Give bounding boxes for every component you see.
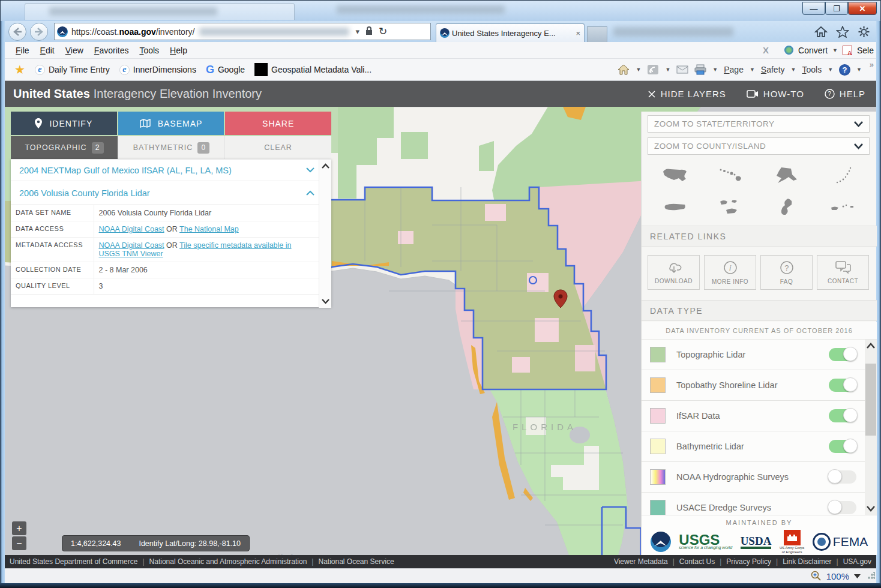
bathymetric-toggle[interactable] <box>829 440 856 453</box>
subtab-bathymetric[interactable]: BATHYMETRIC 0 <box>118 136 224 159</box>
addon-close-icon[interactable]: X <box>763 45 769 55</box>
hide-layers-button[interactable]: HIDE LAYERS <box>648 89 726 99</box>
tools-menu[interactable]: Tools <box>802 65 822 74</box>
footer-link-noaa[interactable]: National Oceanic and Atmospheric Adminis… <box>137 557 307 566</box>
favorites-star-icon[interactable] <box>836 26 849 38</box>
settings-gear-icon[interactable] <box>858 26 870 38</box>
national-map-link[interactable]: The National Map <box>179 225 239 233</box>
dataset-row-2006-volusia[interactable]: 2006 Volusia County Florida Lidar <box>11 181 331 205</box>
more-info-button[interactable]: i MORE INFO <box>704 255 756 290</box>
tools-caret-icon[interactable]: ▼ <box>828 67 833 73</box>
map-zoom-out-button[interactable]: − <box>12 536 26 550</box>
favorite-innerdimensions[interactable]: eInnerDimensions <box>119 65 196 75</box>
new-tab-button[interactable] <box>587 26 607 42</box>
window-maximize-button[interactable]: ❐ <box>825 2 848 15</box>
tab-basemap[interactable]: BASEMAP <box>118 112 224 135</box>
overflow-chevron-icon[interactable]: » <box>870 60 874 69</box>
dataset-row-2004-nextmap[interactable]: 2004 NEXTMap Gulf of Mexico IfSAR (AL, F… <box>11 160 331 181</box>
topographic-lidar-toggle[interactable] <box>829 348 856 361</box>
noaa-logo[interactable] <box>651 532 671 552</box>
active-tab[interactable]: United States Interagency E... × <box>436 23 585 42</box>
alaska-silhouette[interactable] <box>773 166 799 184</box>
zoom-to-county-dropdown[interactable]: ZOOM TO COUNTY/ISLAND <box>648 137 870 155</box>
usace-logo[interactable]: US Army Corpsof Engineers <box>780 530 804 554</box>
footer-link-usagov[interactable]: USA.gov <box>832 557 871 566</box>
back-button[interactable] <box>8 23 26 41</box>
how-to-button[interactable]: HOW-TO <box>747 89 804 99</box>
ifsar-toggle[interactable] <box>829 409 856 422</box>
chevron-up-icon[interactable] <box>306 190 314 196</box>
fema-logo[interactable]: FEMA <box>813 533 868 551</box>
usda-logo[interactable]: USDA <box>741 535 772 549</box>
favorite-google[interactable]: GGoogle <box>206 64 245 76</box>
footer-link-link-disclaimer[interactable]: Link Disclaimer <box>771 557 831 566</box>
scroll-down-icon[interactable] <box>322 299 329 304</box>
contact-button[interactable]: CONTACT <box>817 255 869 290</box>
favorite-daily-time-entry[interactable]: eDaily Time Entry <box>35 65 110 75</box>
puerto-rico-silhouette[interactable] <box>662 200 688 214</box>
footer-link-contact-us[interactable]: Contact Us <box>668 557 715 566</box>
guam-silhouette[interactable] <box>777 197 795 217</box>
browser-zoom-level[interactable]: 100% <box>826 571 849 581</box>
subtab-clear[interactable]: CLEAR <box>224 136 331 159</box>
add-favorite-star[interactable]: ★ <box>14 62 25 77</box>
print-caret-icon[interactable]: ▼ <box>712 67 718 73</box>
menu-file[interactable]: File <box>16 46 29 55</box>
page-menu[interactable]: Page <box>724 65 744 74</box>
conus-silhouette[interactable] <box>662 167 688 184</box>
hydrographic-toggle[interactable] <box>829 470 856 484</box>
mail-icon[interactable] <box>676 64 688 75</box>
help-button[interactable]: ? HELP <box>825 89 865 99</box>
noaa-digital-coast-metadata-link[interactable]: NOAA Digital Coast <box>99 241 164 250</box>
footer-link-viewer-metadata[interactable]: Viewer Metadata <box>614 557 668 566</box>
menu-favorites[interactable]: Favorites <box>94 46 129 55</box>
chevron-down-icon[interactable] <box>306 167 314 173</box>
tab-share[interactable]: SHARE <box>225 112 331 135</box>
zoom-magnifier-icon[interactable] <box>811 571 822 581</box>
usace-dredge-toggle[interactable] <box>829 501 856 514</box>
help-caret-icon[interactable]: ▼ <box>856 67 862 73</box>
menu-view[interactable]: View <box>65 46 83 55</box>
american-samoa-silhouette[interactable] <box>829 200 855 214</box>
us-virgin-islands-silhouette[interactable] <box>718 198 744 216</box>
scroll-down-icon[interactable] <box>867 506 875 512</box>
usgs-logo[interactable]: USGSscience for a changing world <box>679 534 732 550</box>
hawaii-silhouette[interactable] <box>718 167 744 184</box>
scroll-up-icon[interactable] <box>322 163 329 169</box>
subtab-topographic[interactable]: TOPOGRAPHIC 2 <box>11 136 118 159</box>
safety-caret-icon[interactable]: ▼ <box>791 67 796 73</box>
print-icon[interactable] <box>694 64 706 75</box>
refresh-icon[interactable]: ↻ <box>379 25 387 38</box>
scrollbar-thumb[interactable] <box>865 364 876 436</box>
identify-panel-scrollbar[interactable] <box>319 160 331 308</box>
zoom-to-state-dropdown[interactable]: ZOOM TO STATE/TERRITORY <box>648 115 870 133</box>
aleutian-islands-silhouette[interactable] <box>829 166 855 184</box>
window-minimize-button[interactable]: — <box>802 2 825 15</box>
window-close-button[interactable]: ✕ <box>848 2 877 15</box>
rss-feed-icon[interactable] <box>647 64 659 75</box>
forward-button[interactable] <box>30 23 48 41</box>
download-button[interactable]: DOWNLOAD <box>648 255 700 290</box>
home-icon[interactable] <box>814 26 828 38</box>
noaa-digital-coast-link[interactable]: NOAA Digital Coast <box>99 225 164 233</box>
tab-close-icon[interactable]: × <box>576 29 580 38</box>
faq-button[interactable]: ? FAQ <box>760 255 813 290</box>
topobathy-toggle[interactable] <box>829 379 856 392</box>
footer-link-commerce[interactable]: United States Department of Commerce <box>10 557 137 566</box>
address-dropdown-icon[interactable]: ▾ <box>355 27 359 36</box>
background-tab-redacted[interactable] <box>25 3 295 20</box>
home-command-icon[interactable] <box>618 64 630 75</box>
footer-link-privacy-policy[interactable]: Privacy Policy <box>715 557 771 566</box>
address-bar[interactable]: https://coast.noaa.gov/inventory/ ▾ ↻ <box>54 23 431 40</box>
map-zoom-in-button[interactable]: + <box>12 521 26 535</box>
convert-caret-icon[interactable]: ▼ <box>832 47 838 53</box>
home-caret-icon[interactable]: ▼ <box>636 67 641 73</box>
help-icon[interactable]: ? <box>839 64 850 76</box>
url-text[interactable]: https://coast.noaa.gov/inventory/ <box>71 27 194 37</box>
resize-grip[interactable] <box>868 572 875 579</box>
menu-edit[interactable]: Edit <box>40 46 55 55</box>
select-button[interactable]: Sele <box>857 46 874 55</box>
menu-tools[interactable]: Tools <box>139 46 159 55</box>
page-caret-icon[interactable]: ▼ <box>750 67 755 73</box>
tab-identify[interactable]: IDENTIFY <box>11 112 117 135</box>
